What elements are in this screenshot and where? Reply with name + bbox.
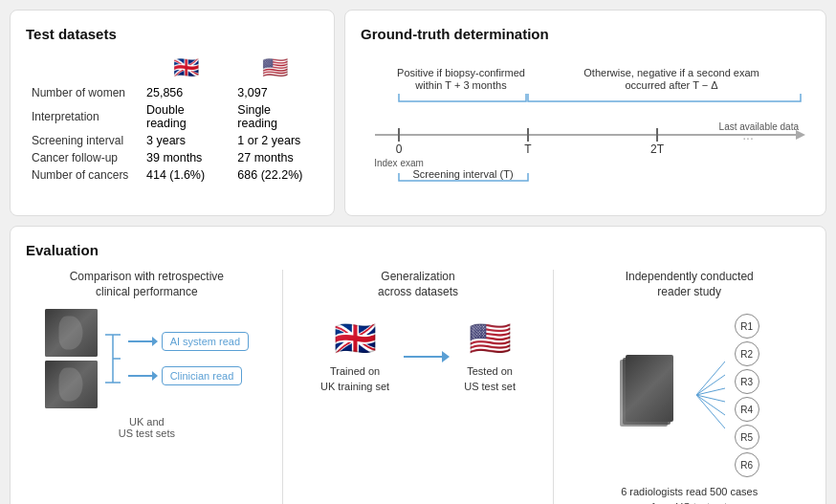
ai-branch: AI system read (128, 332, 249, 351)
tested-label: Tested on US test set (464, 364, 516, 394)
divider-2 (553, 270, 554, 504)
divider-1 (282, 270, 283, 504)
arrow-branch: AI system read Clinician read (128, 332, 249, 385)
reader-circle-r6: R6 (735, 452, 759, 477)
clinician-label: Clinician read (162, 366, 243, 385)
reader-circle-r5: R5 (735, 425, 759, 449)
table-row: Interpretation Double reading Single rea… (26, 101, 319, 132)
reader-caption: 6 radiologists read 500 cases from US te… (621, 485, 758, 504)
eval-subtitle-2: Generalization across datasets (378, 270, 458, 299)
main-container: Test datasets 🇬🇧 🇺🇸 Number of women 25,8… (10, 10, 826, 504)
last-data-label: Last available data (719, 121, 800, 132)
ai-label: AI system read (162, 332, 249, 351)
gen-diagram: 🇬🇧 Trained on UK training set 🇺🇸 Tested … (320, 318, 516, 394)
row-us-value: 686 (22.2%) (231, 166, 319, 184)
mammo-image-bottom (45, 361, 98, 408)
ground-truth-title: Ground-truth determination (361, 26, 810, 42)
gt-diagram-content: Positive if biopsy-confirmed within T + … (361, 54, 810, 200)
clinician-branch: Clinician read (128, 366, 243, 385)
trained-label: Trained on UK training set (320, 364, 389, 394)
row-uk-value: 414 (1.6%) (141, 166, 231, 184)
eval-subtitle-1: Comparison with retrospective clinical p… (70, 270, 224, 299)
evaluation-card: Evaluation Comparison with retrospective… (10, 226, 826, 504)
positive-brace (399, 94, 526, 101)
ground-truth-card: Ground-truth determination Positive if b… (344, 10, 826, 216)
top-row: Test datasets 🇬🇧 🇺🇸 Number of women 25,8… (10, 10, 826, 216)
branch-connector (105, 311, 121, 406)
row-us-value: 27 months (231, 149, 319, 166)
row-uk-value: 25,856 (141, 84, 231, 101)
tick-2T-label: 2T (650, 142, 665, 156)
table-row: Cancer follow-up 39 months 27 months (26, 149, 319, 166)
reader-circle-r3: R3 (735, 369, 759, 394)
eval-content: Comparison with retrospective clinical p… (26, 270, 810, 504)
negative-sub: occurred after T − Δ (625, 79, 718, 91)
us-flag: 🇺🇸 (262, 55, 288, 80)
uk-flag: 🇬🇧 (173, 55, 199, 80)
positive-sub: within T + 3 months (414, 79, 507, 91)
tick-0-label: 0 (396, 142, 403, 156)
table-row: Screening interval 3 years 1 or 2 years (26, 132, 319, 149)
clinician-arrow-head (152, 371, 158, 381)
table-row: Number of cancers 414 (1.6%) 686 (22.2%) (26, 166, 319, 184)
eval-panel-3: Independently conducted reader study (568, 270, 810, 504)
reader-mammo-stack (620, 355, 687, 436)
tick-T-label: T (524, 142, 532, 156)
screening-label: Screening interval (T) (412, 168, 513, 180)
row-us-value: 3,097 (231, 84, 319, 101)
mammo-image-top (45, 309, 98, 357)
gen-arrow-head (442, 351, 450, 362)
row-label: Screening interval (26, 132, 141, 149)
eval-panel-1: Comparison with retrospective clinical p… (26, 270, 268, 504)
gt-svg-diagram: Positive if biopsy-confirmed within T + … (361, 63, 810, 187)
row-label: Interpretation (26, 101, 141, 132)
row-label: Number of women (26, 84, 141, 101)
eval-panel-2: Generalization across datasets 🇬🇧 Traine… (297, 270, 539, 504)
gen-arrow (404, 351, 450, 362)
ai-arrow-head (152, 337, 158, 346)
evaluation-title: Evaluation (26, 242, 810, 258)
row-label: Number of cancers (26, 166, 141, 184)
row-uk-value: Double reading (141, 101, 231, 132)
uk-flag-container: 🇬🇧 Trained on UK training set (320, 318, 389, 394)
ai-arrow-line (128, 340, 152, 342)
gen-arrow-line (404, 356, 442, 358)
row-label: Cancer follow-up (26, 149, 141, 166)
row-uk-value: 39 months (141, 149, 231, 166)
ai-arrow (128, 337, 158, 346)
table-row: Number of women 25,856 3,097 (26, 84, 319, 101)
reader-fan-lines (696, 355, 725, 436)
reader-fan-svg (696, 355, 725, 436)
clinician-arrow (128, 371, 158, 381)
gen-uk-flag: 🇬🇧 (334, 318, 377, 359)
comparison-diagram: AI system read Clinician read (45, 309, 249, 408)
mammo-images (45, 309, 98, 408)
negative-label: Otherwise, negative if a second exam (583, 67, 759, 78)
reader-circles: R1R2R3R4R5R6 (735, 314, 759, 477)
row-us-value: 1 or 2 years (231, 132, 319, 149)
test-datasets-card: Test datasets 🇬🇧 🇺🇸 Number of women 25,8… (10, 10, 335, 216)
gen-us-flag: 🇺🇸 (469, 318, 512, 359)
uk-us-caption: UK and US test sets (119, 416, 175, 439)
tick-0-sub: Index exam (374, 158, 424, 168)
reader-circle-r4: R4 (735, 397, 759, 422)
us-flag-container: 🇺🇸 Tested on US test set (464, 318, 516, 394)
datasets-table: 🇬🇧 🇺🇸 Number of women 25,856 3,097 Inter… (26, 54, 319, 184)
clinician-arrow-line (128, 375, 152, 377)
row-us-value: Single reading (231, 101, 319, 132)
negative-brace (528, 94, 801, 101)
eval-subtitle-3: Independently conducted reader study (626, 270, 754, 299)
positive-label: Positive if biopsy-confirmed (397, 67, 525, 78)
reader-circle-r1: R1 (735, 314, 759, 339)
test-datasets-title: Test datasets (26, 26, 319, 42)
reader-diagram: R1R2R3R4R5R6 (620, 314, 759, 477)
reader-circle-r2: R2 (735, 341, 759, 366)
row-uk-value: 3 years (141, 132, 231, 149)
mammo-layer-1 (626, 355, 673, 422)
